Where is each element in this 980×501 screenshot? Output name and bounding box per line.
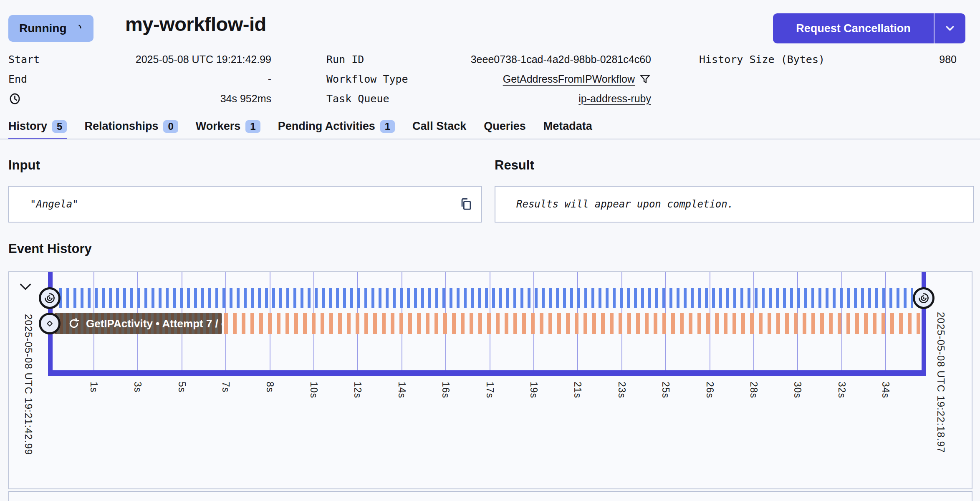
start-value: 2025-05-08 UTC 19:21:42.99 xyxy=(136,53,271,66)
result-value: Results will appear upon completion. xyxy=(495,198,973,210)
tick-label: 23s xyxy=(616,382,627,398)
request-cancellation-button[interactable]: Request Cancellation xyxy=(773,13,935,43)
spinner-icon xyxy=(73,23,83,33)
tab-count-badge: 0 xyxy=(163,120,178,133)
tick-label: 14s xyxy=(396,382,407,398)
tab-count-badge: 5 xyxy=(52,120,67,133)
page-title: my-workflow-id xyxy=(125,13,266,35)
meta-row-start: Start 2025-05-08 UTC 19:21:42.99 xyxy=(8,52,271,66)
request-cancellation-split-button: Request Cancellation xyxy=(773,13,965,43)
tick-label: 34s xyxy=(880,382,891,398)
timeline-collapse-chevron-icon[interactable] xyxy=(18,281,33,292)
run-id-label: Run ID xyxy=(326,53,364,66)
filter-icon[interactable] xyxy=(639,73,651,85)
meta-row-workflow-type: Workflow Type GetAddressFromIPWorkflow xyxy=(326,72,651,86)
tick-label: 1s xyxy=(88,382,99,392)
tick-label: 7s xyxy=(220,382,231,392)
tab-relationships[interactable]: Relationships0 xyxy=(84,120,178,138)
workflow-start-node[interactable] xyxy=(39,287,61,309)
tab-label: Workers xyxy=(196,120,241,133)
workflow-type-label: Workflow Type xyxy=(326,73,408,85)
history-size-value: 980 xyxy=(939,53,957,66)
workflow-type-link[interactable]: GetAddressFromIPWorkflow xyxy=(503,73,635,85)
meta-row-task-queue: Task Queue ip-address-ruby xyxy=(326,91,651,106)
clock-icon xyxy=(8,92,21,105)
input-value: "Angela" xyxy=(9,198,452,210)
status-label: Running xyxy=(19,22,67,35)
meta-row-run-id: Run ID 3eee0738-1cad-4a2d-98bb-0281c4c60 xyxy=(326,52,651,66)
tick-label: 5s xyxy=(176,382,187,392)
tab-label: History xyxy=(8,120,47,133)
activity-node[interactable] xyxy=(39,313,61,334)
tab-pending-activities[interactable]: Pending Activities1 xyxy=(278,120,395,138)
tick-label: 19s xyxy=(528,382,539,398)
spiral-icon xyxy=(917,292,930,304)
start-label: Start xyxy=(8,53,40,66)
timeline-start-time: 2025-05-08 UTC 19:21:42.99 xyxy=(23,314,34,455)
tab-label: Queries xyxy=(484,120,526,133)
tab-label: Metadata xyxy=(543,120,592,133)
timeline-axis-bar xyxy=(48,370,926,376)
workflow-latest-node[interactable] xyxy=(913,287,935,309)
copy-icon[interactable] xyxy=(452,197,481,211)
tab-count-badge: 1 xyxy=(245,120,260,133)
tab-label: Pending Activities xyxy=(278,120,375,133)
tick-label: 16s xyxy=(440,382,451,398)
activity-retry-stripes[interactable] xyxy=(224,313,922,334)
tick-label: 26s xyxy=(704,382,715,398)
history-size-label: History Size (Bytes) xyxy=(699,53,825,66)
meta-row-duration: 34s 952ms xyxy=(8,91,271,106)
meta-row-end: End - xyxy=(8,72,271,86)
tick-label: 21s xyxy=(572,382,583,398)
meta-row-history-size: History Size (Bytes) 980 xyxy=(699,52,957,66)
meta-column-run: Run ID 3eee0738-1cad-4a2d-98bb-0281c4c60… xyxy=(326,52,651,106)
tab-divider xyxy=(0,139,980,139)
activity-bar[interactable]: GetIPActivity • Attempt 7 / ∞ xyxy=(54,313,222,334)
tab-count-badge: 1 xyxy=(380,120,395,133)
next-panel xyxy=(8,491,972,501)
result-box: Results will appear upon completion. xyxy=(495,186,974,223)
tick-label: 30s xyxy=(792,382,803,398)
spiral-icon xyxy=(43,292,56,304)
input-box: "Angela" xyxy=(8,186,482,223)
tab-label: Call Stack xyxy=(412,120,466,133)
end-label: End xyxy=(8,73,27,85)
tick-label: 28s xyxy=(748,382,759,398)
timeline-end-time: 2025-05-08 UTC 19:22:18.97 xyxy=(935,312,947,453)
tab-history[interactable]: History5 xyxy=(8,120,67,139)
duration-value: 34s 952ms xyxy=(220,93,271,105)
end-value: - xyxy=(268,73,271,85)
chevron-down-icon xyxy=(944,22,956,35)
run-id-value: 3eee0738-1cad-4a2d-98bb-0281c4c60 xyxy=(471,53,651,66)
workflow-events-row[interactable] xyxy=(59,288,913,308)
event-history-title: Event History xyxy=(8,241,92,256)
cancel-menu-button[interactable] xyxy=(935,13,965,43)
input-title: Input xyxy=(8,158,40,173)
tab-queries[interactable]: Queries xyxy=(484,120,526,138)
diamond-icon xyxy=(44,318,55,329)
tick-label: 12s xyxy=(352,382,363,398)
tick-label: 10s xyxy=(308,382,319,398)
tick-label: 8s xyxy=(264,382,275,392)
request-cancellation-label: Request Cancellation xyxy=(796,22,911,35)
task-queue-link[interactable]: ip-address-ruby xyxy=(578,93,651,105)
tick-label: 25s xyxy=(660,382,671,398)
task-queue-label: Task Queue xyxy=(326,93,389,105)
tab-workers[interactable]: Workers1 xyxy=(196,120,260,138)
tick-label: 17s xyxy=(484,382,495,398)
result-title: Result xyxy=(495,158,534,173)
activity-label: GetIPActivity • Attempt 7 / ∞ xyxy=(86,317,229,330)
retry-icon xyxy=(68,317,80,330)
tab-call-stack[interactable]: Call Stack xyxy=(412,120,466,138)
meta-column-history-size: History Size (Bytes) 980 xyxy=(699,52,957,66)
tab-label: Relationships xyxy=(84,120,158,133)
tab-metadata[interactable]: Metadata xyxy=(543,120,592,138)
event-history-timeline: GetIPActivity • Attempt 7 / ∞ xyxy=(8,271,972,489)
tab-bar: History5Relationships0Workers1Pending Ac… xyxy=(8,120,592,139)
tick-label: 32s xyxy=(836,382,847,398)
tick-label: 3s xyxy=(132,382,143,392)
status-badge: Running xyxy=(8,15,93,42)
meta-column-times: Start 2025-05-08 UTC 19:21:42.99 End - 3… xyxy=(8,52,271,106)
